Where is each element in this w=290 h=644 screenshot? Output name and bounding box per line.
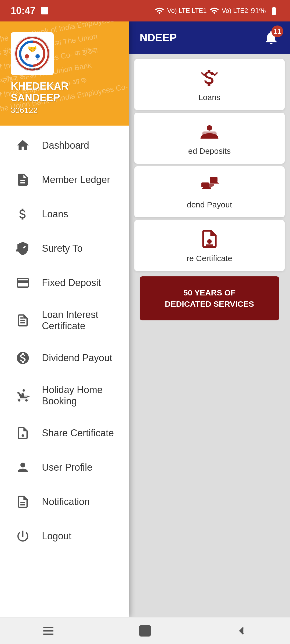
loans-card-icon: [199, 67, 220, 90]
share-cert-card-label: re Certificate: [187, 254, 232, 263]
lte2-label: Vo) LTE2: [222, 7, 248, 14]
menu-label-holiday-home-booking: Holiday Home Booking: [42, 384, 115, 407]
menu-label-loan-interest-certificate: Loan Interest Certificate: [42, 309, 115, 332]
menu-item-user-profile[interactable]: User Profile: [0, 450, 129, 485]
svg-point-9: [207, 125, 212, 131]
menu-label-dashboard: Dashboard: [42, 140, 89, 151]
svg-point-13: [207, 239, 212, 244]
svg-point-4: [35, 54, 40, 58]
content-behind: NDEEP 11 Loans: [129, 21, 290, 617]
surety-icon: [13, 240, 32, 257]
dividend-payout-card-label: dend Payout: [187, 200, 232, 209]
menu-label-notification: Notification: [42, 496, 90, 507]
fixed-deposits-card[interactable]: ed Deposits: [134, 113, 285, 164]
svg-rect-10: [202, 131, 216, 137]
menu-item-share-certificate[interactable]: Share Certificate: [0, 416, 129, 450]
promo-text-line1: 50 YEARS OF: [150, 287, 269, 298]
content-header: NDEEP 11: [129, 21, 290, 54]
svg-text:CO-OP BANK: CO-OP BANK: [25, 68, 40, 70]
logo-svg: 🤝 CO-OP BANK: [13, 35, 51, 72]
loans-icon: [13, 206, 32, 222]
menu-label-logout: Logout: [42, 530, 71, 542]
home-icon: [13, 137, 32, 153]
signal-icon: [155, 6, 164, 16]
lte-label: Vo) LTE LTE1: [167, 7, 206, 14]
dividend-icon: [13, 350, 32, 366]
content-cards: Loans ed Deposits: [129, 54, 290, 328]
ledger-icon: [13, 172, 32, 188]
recents-icon: [42, 624, 55, 638]
svg-text:🤝: 🤝: [28, 45, 37, 53]
drawer-user-id: 306122: [11, 106, 118, 115]
svg-rect-12: [210, 177, 218, 182]
menu-item-member-ledger[interactable]: Member Ledger: [0, 163, 129, 197]
svg-point-3: [25, 54, 29, 58]
photo-icon: [40, 6, 49, 16]
menu-label-share-certificate: Share Certificate: [42, 427, 114, 439]
menu-label-loans: Loans: [42, 208, 68, 220]
content-title: NDEEP: [140, 32, 177, 44]
promo-text-line2: DEDICATED SERVICES: [150, 298, 269, 310]
promo-banner: 50 YEARS OF DEDICATED SERVICES: [140, 276, 279, 320]
fixed-deposit-icon: [13, 275, 32, 291]
nav-home-button[interactable]: [132, 621, 158, 640]
svg-point-8: [22, 434, 24, 437]
menu-item-notification[interactable]: Notification: [0, 485, 129, 519]
menu-item-loan-interest-certificate[interactable]: Loan Interest Certificate: [0, 300, 129, 341]
nav-back-button[interactable]: [228, 621, 255, 640]
menu-item-dividend-payout[interactable]: Dividend Payout: [0, 341, 129, 375]
fixed-deposits-card-label: ed Deposits: [188, 147, 231, 156]
notification-menu-icon: [13, 494, 32, 510]
nav-recents-button[interactable]: [35, 621, 62, 640]
battery-label: 91%: [251, 6, 266, 15]
svg-rect-17: [140, 626, 150, 636]
status-time: 10:47: [11, 5, 49, 16]
menu-label-dividend-payout: Dividend Payout: [42, 352, 112, 364]
drawer-header: The Union Bank of India Employees Co-आ फ…: [0, 21, 129, 126]
drawer-menu: Dashboard Member Ledger Loans: [0, 126, 129, 617]
menu-item-fixed-deposit[interactable]: Fixed Deposit: [0, 266, 129, 300]
menu-item-loans[interactable]: Loans: [0, 197, 129, 231]
battery-icon: [269, 6, 279, 16]
signal2-icon: [209, 6, 219, 16]
drawer-user-name: KHEDEKAR SANDEEP: [11, 80, 118, 104]
loans-card[interactable]: Loans: [134, 59, 285, 110]
fixed-deposits-card-icon: [199, 121, 220, 143]
status-bar: 10:47 Vo) LTE LTE1 Vo) LTE2 91%: [0, 0, 290, 21]
holiday-icon: [13, 387, 32, 404]
logout-icon: [13, 528, 32, 544]
menu-label-user-profile: User Profile: [42, 462, 92, 473]
notification-button[interactable]: 11: [260, 27, 282, 48]
menu-label-member-ledger: Member Ledger: [42, 174, 110, 185]
drawer: The Union Bank of India Employees Co-आ फ…: [0, 21, 129, 617]
bottom-nav: [0, 617, 290, 644]
menu-label-fixed-deposit: Fixed Deposit: [42, 277, 101, 288]
back-icon: [235, 624, 248, 638]
status-right: Vo) LTE LTE1 Vo) LTE2 91%: [155, 6, 279, 16]
menu-item-dashboard[interactable]: Dashboard: [0, 128, 129, 163]
share-cert-card-icon: [199, 228, 220, 251]
dividend-card-icon: [199, 174, 220, 197]
loans-card-label: Loans: [198, 93, 220, 102]
menu-label-surety-to: Surety To: [42, 243, 82, 254]
share-cert-icon: [13, 425, 32, 441]
svg-point-6: [19, 244, 23, 247]
profile-icon: [13, 459, 32, 475]
certificate-icon: [13, 312, 32, 328]
menu-item-surety-to[interactable]: Surety To: [0, 231, 129, 266]
menu-item-logout[interactable]: Logout: [0, 519, 129, 553]
menu-item-holiday-home-booking[interactable]: Holiday Home Booking: [0, 375, 129, 416]
app-logo: 🤝 CO-OP BANK: [11, 32, 54, 75]
notification-badge: 11: [271, 25, 283, 37]
main-container: The Union Bank of India Employees Co-आ फ…: [0, 21, 290, 617]
share-certificate-card[interactable]: re Certificate: [134, 220, 285, 271]
time-display: 10:47: [11, 5, 35, 16]
home-nav-icon: [138, 624, 152, 638]
dividend-payout-card[interactable]: dend Payout: [134, 166, 285, 217]
